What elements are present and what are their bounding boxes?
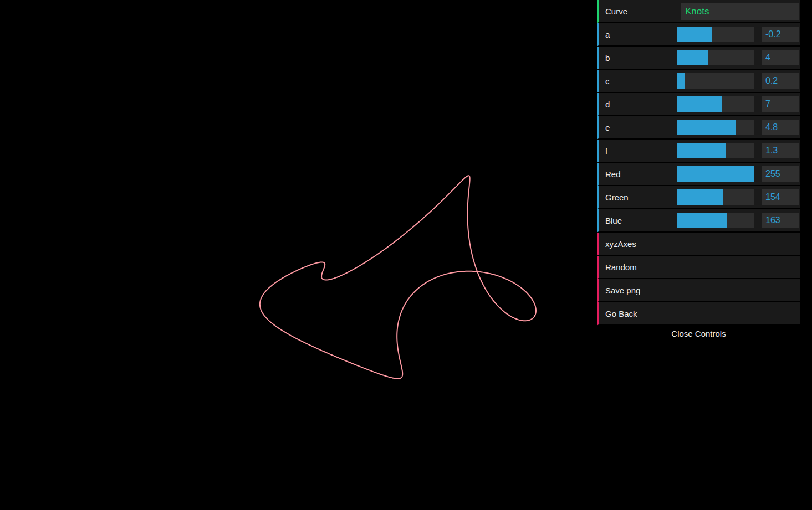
curve-select[interactable]: Knots xyxy=(681,3,799,20)
dat-gui-panel: Curve Knots a b c xyxy=(597,0,800,342)
slider-fill xyxy=(677,166,754,182)
slider-red[interactable] xyxy=(677,166,754,182)
property-label-red: Red xyxy=(605,163,621,185)
button-label: Random xyxy=(605,256,637,278)
controller-row-curve: Curve Knots xyxy=(597,0,800,23)
slider-d[interactable] xyxy=(677,96,754,112)
controller-row-blue: Blue xyxy=(597,209,800,233)
slider-e[interactable] xyxy=(677,120,754,135)
slider-c[interactable] xyxy=(677,73,754,89)
value-input-red[interactable] xyxy=(762,166,799,182)
controller-row-green: Green xyxy=(597,186,800,209)
app-stage: Curve Knots a b c xyxy=(0,0,812,510)
button-go-back[interactable]: Go Back xyxy=(597,302,800,326)
property-label-c: c xyxy=(605,70,610,92)
slider-fill xyxy=(677,120,736,135)
slider-fill xyxy=(677,27,712,42)
value-input-blue[interactable] xyxy=(762,213,799,228)
controller-row-c: c xyxy=(597,70,800,93)
slider-a[interactable] xyxy=(677,27,754,42)
slider-fill xyxy=(677,189,723,205)
slider-fill xyxy=(677,73,685,89)
slider-fill xyxy=(677,50,708,65)
value-input-e[interactable] xyxy=(762,120,799,135)
controller-row-a: a xyxy=(597,23,800,47)
property-label-blue: Blue xyxy=(605,209,622,231)
property-label-a: a xyxy=(605,23,610,45)
value-input-f[interactable] xyxy=(762,143,799,158)
property-label-e: e xyxy=(605,116,610,138)
slider-blue[interactable] xyxy=(677,213,754,228)
property-label-b: b xyxy=(605,47,610,69)
value-input-green[interactable] xyxy=(762,189,799,205)
slider-fill xyxy=(677,143,726,158)
property-label-d: d xyxy=(605,93,610,115)
slider-fill xyxy=(677,96,722,112)
property-label-curve: Curve xyxy=(605,0,627,22)
property-label-f: f xyxy=(605,140,607,162)
value-input-d[interactable] xyxy=(762,96,799,112)
button-save-png[interactable]: Save png xyxy=(597,279,800,302)
button-label: xyzAxes xyxy=(605,233,636,255)
button-random[interactable]: Random xyxy=(597,256,800,279)
button-xyzaxes[interactable]: xyzAxes xyxy=(597,233,800,256)
button-label: Save png xyxy=(605,279,640,301)
slider-fill xyxy=(677,213,727,228)
value-input-c[interactable] xyxy=(762,73,799,89)
close-controls-button[interactable]: Close Controls xyxy=(597,326,800,342)
controller-row-e: e xyxy=(597,116,800,140)
button-label: Go Back xyxy=(605,302,637,324)
property-label-green: Green xyxy=(605,186,629,208)
slider-b[interactable] xyxy=(677,50,754,65)
controller-row-d: d xyxy=(597,93,800,116)
slider-f[interactable] xyxy=(677,143,754,158)
controller-list: Curve Knots a b c xyxy=(597,0,800,326)
controller-row-b: b xyxy=(597,47,800,70)
slider-green[interactable] xyxy=(677,189,754,205)
controller-row-f: f xyxy=(597,140,800,163)
controller-row-red: Red xyxy=(597,163,800,186)
value-input-a[interactable] xyxy=(762,27,799,42)
value-input-b[interactable] xyxy=(762,50,799,65)
